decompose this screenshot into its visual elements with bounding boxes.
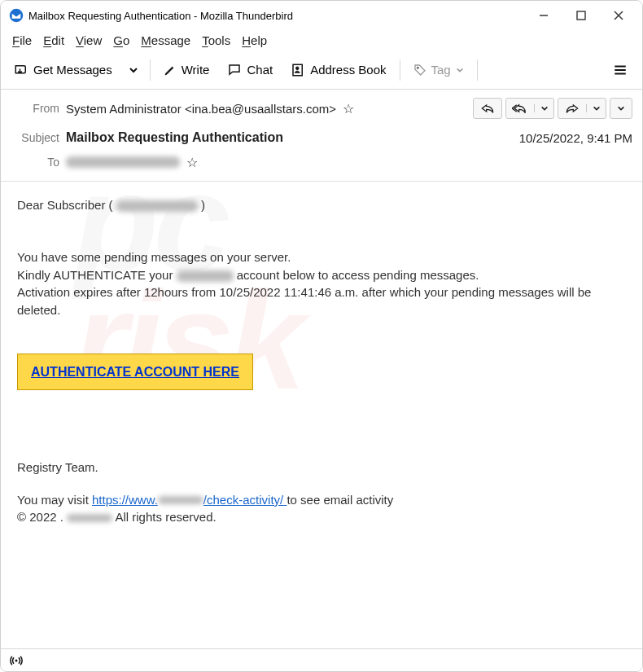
menu-help[interactable]: Help	[242, 33, 267, 47]
get-messages-button[interactable]: Get Messages	[7, 59, 119, 81]
body-line1: You have some pending messages on your s…	[17, 248, 626, 266]
greeting-prefix: Dear Subscriber (	[17, 198, 116, 212]
write-label: Write	[182, 63, 210, 77]
statusbar	[1, 648, 642, 671]
from-label: From	[11, 102, 59, 115]
toolbar-separator	[400, 59, 400, 81]
greeting-redacted	[116, 200, 198, 212]
write-button[interactable]: Write	[157, 59, 217, 80]
subject-label: Subject	[11, 131, 59, 144]
menu-edit[interactable]: Edit	[43, 33, 64, 47]
get-messages-label: Get Messages	[33, 63, 112, 77]
copyright-b: All rights reserved.	[115, 510, 216, 524]
greeting-suffix: )	[201, 198, 205, 212]
chat-button[interactable]: Chat	[221, 59, 279, 81]
toolbar: Get Messages Write Chat Address Book Tag	[1, 52, 642, 90]
copyright-a: © 2022 .	[17, 510, 63, 524]
address-book-button[interactable]: Address Book	[284, 59, 392, 81]
close-button[interactable]	[600, 2, 637, 29]
menu-view[interactable]: View	[76, 33, 102, 47]
menubar: File Edit View Go Message Tools Help	[1, 30, 642, 52]
svg-rect-2	[577, 11, 585, 20]
reply-all-dropdown[interactable]	[534, 104, 553, 112]
from-star-icon[interactable]: ☆	[343, 101, 354, 116]
menu-tools[interactable]: Tools	[202, 33, 230, 47]
authenticate-button[interactable]: AUTHENTICATE ACCOUNT HERE	[17, 354, 253, 390]
reply-button[interactable]	[473, 98, 502, 119]
message-header: From System Administrator <ina.bea@usaal…	[1, 90, 642, 182]
subject-value: Mailbox Requesting Authentication	[66, 130, 283, 145]
from-value: System Administrator <ina.bea@usaallstar…	[66, 102, 336, 116]
broadcast-icon	[9, 654, 24, 667]
chat-label: Chat	[247, 63, 273, 77]
footer-link[interactable]: https://www./check-activity/	[92, 493, 287, 507]
svg-point-6	[296, 66, 300, 69]
signoff: Registry Team.	[17, 459, 626, 477]
toolbar-separator	[477, 59, 478, 81]
get-messages-dropdown[interactable]	[124, 62, 143, 78]
forward-dropdown[interactable]	[586, 104, 606, 112]
svg-point-11	[15, 659, 18, 661]
body-line2a: Kindly AUTHENTICATE your	[17, 268, 177, 282]
menu-message[interactable]: Message	[141, 33, 190, 47]
body-line2b: account below to access pending messages…	[237, 268, 479, 282]
to-label: To	[11, 156, 59, 169]
tag-label: Tag	[431, 63, 451, 77]
svg-rect-5	[293, 64, 302, 76]
to-star-icon[interactable]: ☆	[186, 155, 198, 170]
body-redacted-domain	[177, 270, 234, 282]
message-date: 10/25/2022, 9:41 PM	[519, 131, 632, 145]
svg-point-7	[417, 67, 418, 68]
toolbar-separator	[150, 59, 151, 81]
forward-button[interactable]	[558, 98, 606, 119]
app-menu-button[interactable]	[605, 59, 636, 81]
header-actions	[473, 98, 632, 119]
tag-button[interactable]: Tag	[407, 59, 470, 80]
footer-text-a: You may visit	[17, 493, 92, 507]
more-actions-button[interactable]	[610, 98, 632, 119]
svg-point-0	[10, 9, 24, 23]
message-body: Dear Subscriber ( ) You have some pendin…	[1, 182, 642, 670]
menu-file[interactable]: File	[12, 33, 32, 47]
reply-all-button[interactable]	[505, 98, 554, 119]
to-redacted	[66, 156, 180, 168]
body-line3: Activation expires after 12hours from 10…	[17, 283, 626, 319]
copyright-redacted	[67, 514, 112, 522]
thunderbird-icon	[9, 8, 24, 23]
window-title: Mailbox Requesting Authentication - Mozi…	[28, 10, 293, 22]
minimize-button[interactable]	[525, 2, 562, 29]
titlebar: Mailbox Requesting Authentication - Mozi…	[1, 1, 642, 30]
menu-go[interactable]: Go	[113, 33, 129, 47]
address-book-label: Address Book	[310, 63, 386, 77]
footer-text-b: to see email activity	[287, 493, 393, 507]
maximize-button[interactable]	[562, 2, 600, 29]
